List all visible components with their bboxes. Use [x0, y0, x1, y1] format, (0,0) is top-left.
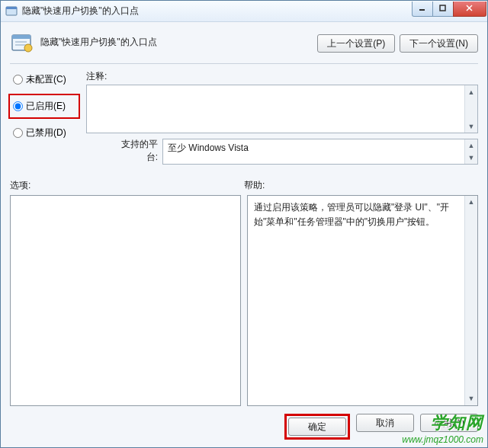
scroll-down-icon[interactable]: ▼: [465, 152, 477, 164]
policy-title: 隐藏"快速用户切换"的入口点: [40, 31, 317, 49]
footer: 确定 取消 应用(A): [10, 406, 478, 440]
ok-highlight: 确定: [284, 414, 350, 440]
window-icon: [5, 5, 18, 18]
help-panel: 通过启用该策略，管理员可以隐藏"登录 UI"、"开始"菜单和"任务管理器"中的"…: [247, 195, 478, 406]
minimize-button[interactable]: [412, 2, 433, 17]
section-labels: 选项: 帮助:: [10, 179, 478, 192]
comment-column: 注释: ▲ ▼ 支持的平台: 至少 Windows Vista ▲ ▼: [86, 70, 478, 165]
dialog-content: 隐藏"快速用户切换"的入口点 上一个设置(P) 下一个设置(N) 未配置(C) …: [1, 22, 487, 447]
header-row: 隐藏"快速用户切换"的入口点 上一个设置(P) 下一个设置(N): [10, 28, 478, 63]
scroll-up-icon[interactable]: ▲: [465, 85, 477, 98]
platform-textbox[interactable]: 至少 Windows Vista ▲ ▼: [162, 139, 478, 165]
radio-enabled-label: 已启用(E): [26, 100, 66, 113]
policy-icon: [10, 31, 34, 56]
help-scrollbar[interactable]: ▲ ▼: [464, 196, 477, 405]
dialog-window: 隐藏"快速用户切换"的入口点: [0, 0, 488, 448]
radio-not-configured-input[interactable]: [13, 75, 23, 85]
comment-label: 注释:: [86, 70, 478, 83]
panels: 通过启用该策略，管理员可以隐藏"登录 UI"、"开始"菜单和"任务管理器"中的"…: [10, 195, 478, 406]
scroll-down-icon[interactable]: ▼: [465, 120, 477, 133]
platform-row: 支持的平台: 至少 Windows Vista ▲ ▼: [86, 138, 478, 165]
help-text: 通过启用该策略，管理员可以隐藏"登录 UI"、"开始"菜单和"任务管理器"中的"…: [254, 202, 449, 227]
ok-button[interactable]: 确定: [288, 418, 346, 436]
window-title: 隐藏"快速用户切换"的入口点: [22, 5, 413, 18]
next-setting-button[interactable]: 下一个设置(N): [400, 34, 478, 53]
platform-scrollbar[interactable]: ▲ ▼: [464, 139, 477, 164]
comment-textbox[interactable]: ▲ ▼: [86, 85, 478, 133]
window-controls: [413, 2, 487, 17]
svg-rect-1: [6, 7, 17, 9]
cancel-button[interactable]: 取消: [356, 414, 414, 432]
comment-scrollbar[interactable]: ▲ ▼: [464, 85, 477, 133]
options-label: 选项:: [10, 179, 244, 192]
apply-button[interactable]: 应用(A): [420, 414, 478, 432]
scroll-down-icon[interactable]: ▼: [465, 392, 477, 405]
svg-rect-7: [12, 35, 30, 39]
platform-value: 至少 Windows Vista: [168, 142, 249, 153]
close-button[interactable]: [453, 2, 486, 17]
scroll-up-icon[interactable]: ▲: [465, 196, 477, 209]
radio-enabled-input[interactable]: [13, 101, 23, 111]
previous-setting-button[interactable]: 上一个设置(P): [317, 34, 395, 53]
radio-disabled-label: 已禁用(D): [26, 126, 66, 139]
radio-not-configured-label: 未配置(C): [26, 73, 66, 86]
options-panel: [10, 195, 241, 406]
svg-rect-3: [440, 5, 445, 11]
scroll-up-icon[interactable]: ▲: [465, 139, 477, 152]
radio-group: 未配置(C) 已启用(E) 已禁用(D): [10, 70, 79, 141]
titlebar: 隐藏"快速用户切换"的入口点: [1, 1, 487, 22]
platform-label: 支持的平台:: [86, 138, 162, 164]
maximize-button[interactable]: [432, 2, 454, 17]
radio-disabled-input[interactable]: [13, 128, 23, 138]
radio-disabled[interactable]: 已禁用(D): [10, 125, 79, 141]
config-row: 未配置(C) 已启用(E) 已禁用(D) 注释: ▲ ▼: [10, 70, 478, 165]
radio-enabled[interactable]: 已启用(E): [8, 94, 80, 119]
radio-not-configured[interactable]: 未配置(C): [10, 72, 79, 88]
nav-buttons: 上一个设置(P) 下一个设置(N): [317, 31, 478, 53]
divider: [10, 63, 478, 64]
help-label: 帮助:: [244, 179, 478, 192]
svg-point-10: [24, 44, 32, 52]
